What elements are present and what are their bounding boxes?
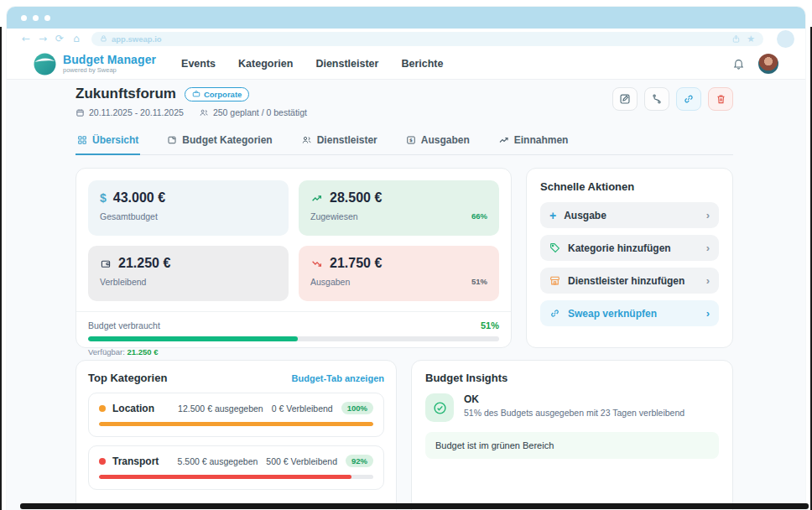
browser-profile-avatar[interactable] bbox=[777, 30, 794, 48]
brand-tagline: powered by Sweap bbox=[63, 66, 156, 74]
budget-insights-card: Budget Insights OK 51% des Budgets ausge… bbox=[411, 360, 733, 510]
window-control-dot[interactable] bbox=[44, 15, 50, 21]
forward-icon[interactable]: → bbox=[34, 34, 51, 44]
show-budget-tab-link[interactable]: Budget-Tab anzeigen bbox=[292, 373, 384, 383]
link-button[interactable] bbox=[676, 87, 701, 111]
browser-window: ← → ⟳ ⌂ app.sweap.io ★ bbox=[7, 7, 805, 510]
category-spent: 12.500 € ausgegeben bbox=[178, 403, 263, 414]
category-dot bbox=[99, 405, 106, 412]
quick-actions-title: Schnelle Aktionen bbox=[540, 180, 719, 193]
screenshot-edge bbox=[0, 27, 2, 510]
category-percent-badge: 92% bbox=[346, 455, 373, 467]
delete-button[interactable] bbox=[708, 87, 733, 111]
reload-icon[interactable]: ⟳ bbox=[51, 34, 68, 44]
share-icon[interactable] bbox=[731, 34, 741, 44]
stat-gesamtbudget: $ 43.000 € Gesamtbudget bbox=[88, 180, 289, 236]
category-remaining: 500 € Verbleibend bbox=[266, 456, 337, 466]
card-icon bbox=[167, 135, 177, 145]
screenshot-canvas: ← → ⟳ ⌂ app.sweap.io ★ bbox=[0, 0, 812, 510]
trend-up-icon bbox=[310, 193, 323, 204]
main-nav: Events Kategorien Dienstleister Berichte bbox=[181, 58, 443, 70]
progress-percent: 51% bbox=[481, 320, 499, 330]
url-text: app.sweap.io bbox=[112, 34, 162, 44]
home-icon[interactable]: ⌂ bbox=[68, 34, 85, 44]
tag-icon bbox=[549, 242, 560, 253]
check-circle-icon bbox=[425, 393, 454, 422]
insight-note: Budget ist im grünen Bereich bbox=[425, 432, 719, 459]
window-control-dot[interactable] bbox=[33, 15, 39, 21]
bell-icon[interactable] bbox=[732, 57, 745, 70]
tab-budget-kategorien[interactable]: Budget Kategorien bbox=[165, 129, 273, 155]
insight-detail: 51% des Budgets ausgegeben mit 23 Tagen … bbox=[464, 408, 684, 418]
stat-ausgaben: 21.750 € Ausgaben51% bbox=[299, 246, 499, 301]
tab-dienstleister[interactable]: Dienstleister bbox=[299, 129, 379, 155]
nav-item-dienstleister[interactable]: Dienstleister bbox=[315, 58, 378, 70]
user-avatar[interactable] bbox=[758, 54, 778, 74]
trend-up-icon bbox=[498, 135, 509, 145]
dollar-icon: $ bbox=[100, 191, 107, 205]
browser-toolbar: ← → ⟳ ⌂ app.sweap.io ★ bbox=[7, 29, 805, 49]
category-remaining: 0 € Verbleibend bbox=[272, 403, 333, 414]
top-categories-card: Top Kategorien Budget-Tab anzeigen Locat… bbox=[75, 360, 397, 510]
progress-label: Budget verbraucht bbox=[88, 320, 160, 330]
grid-icon bbox=[77, 135, 87, 145]
app-header: Budget Manager powered by Sweap Events K… bbox=[7, 49, 805, 79]
action-link-sweap[interactable]: Sweap verknüpfen › bbox=[540, 300, 719, 326]
divider bbox=[76, 311, 511, 312]
budget-overview-card: $ 43.000 € Gesamtbudget 2 bbox=[75, 168, 512, 348]
category-progress-bar bbox=[99, 475, 373, 479]
category-spent: 5.500 € ausgegeben bbox=[178, 456, 258, 466]
wallet-icon bbox=[100, 258, 112, 269]
quick-actions-card: Schnelle Aktionen + Ausgabe › bbox=[526, 168, 733, 348]
users-icon bbox=[301, 135, 312, 145]
category-row-transport: Transport 5.500 € ausgegeben 500 € Verbl… bbox=[88, 445, 384, 490]
stat-verbleibend: 21.250 € Verbleibend bbox=[88, 246, 289, 301]
svg-text:$: $ bbox=[409, 138, 413, 143]
calendar-icon bbox=[75, 108, 85, 117]
users-icon bbox=[199, 108, 209, 117]
browser-titlebar bbox=[7, 7, 805, 29]
chevron-right-icon: › bbox=[706, 308, 710, 319]
lock-icon bbox=[100, 34, 107, 43]
tab-bar: Übersicht Budget Kategorien Dienstleiste… bbox=[75, 129, 733, 155]
edit-button[interactable] bbox=[612, 87, 638, 111]
sweap-logo-icon bbox=[34, 53, 56, 75]
category-percent-badge: 100% bbox=[341, 402, 373, 414]
page-body: Zukunftsforum Corporate bbox=[7, 79, 805, 510]
transfer-button[interactable] bbox=[644, 87, 669, 111]
store-icon bbox=[549, 275, 560, 286]
nav-item-events[interactable]: Events bbox=[181, 58, 216, 70]
category-dot bbox=[99, 458, 106, 465]
window-control-dot[interactable] bbox=[21, 15, 27, 21]
corporate-badge: Corporate bbox=[185, 87, 249, 101]
top-categories-title: Top Kategorien bbox=[88, 372, 167, 384]
event-title-row: Zukunftsforum Corporate bbox=[75, 86, 733, 117]
nav-item-kategorien[interactable]: Kategorien bbox=[238, 58, 293, 70]
chevron-right-icon: › bbox=[706, 242, 710, 253]
category-progress-bar bbox=[99, 422, 373, 426]
link-icon bbox=[549, 308, 560, 319]
nav-item-berichte[interactable]: Berichte bbox=[401, 58, 443, 70]
insight-status: OK bbox=[464, 393, 684, 405]
budget-insights-title: Budget Insights bbox=[425, 372, 719, 384]
event-dates: 20.11.2025 - 20.11.2025 bbox=[75, 107, 184, 117]
page-title: Zukunftsforum bbox=[75, 86, 176, 102]
banknote-icon: $ bbox=[406, 135, 416, 145]
action-add-category[interactable]: Kategorie hinzufügen › bbox=[540, 235, 719, 261]
brand-name: Budget Manager bbox=[63, 54, 156, 66]
action-add-expense[interactable]: + Ausgabe › bbox=[540, 202, 719, 228]
plus-icon: + bbox=[549, 210, 556, 221]
address-bar[interactable]: app.sweap.io ★ bbox=[91, 32, 763, 46]
brand: Budget Manager powered by Sweap bbox=[63, 54, 156, 74]
stat-zugewiesen: 28.500 € Zugewiesen66% bbox=[299, 180, 499, 236]
briefcase-icon bbox=[192, 90, 200, 98]
tab-ausgaben[interactable]: $ Ausgaben bbox=[404, 129, 471, 155]
action-add-vendor[interactable]: Dienstleister hinzufügen › bbox=[540, 268, 719, 294]
tab-uebersicht[interactable]: Übersicht bbox=[75, 129, 140, 155]
tab-einnahmen[interactable]: Einnahmen bbox=[497, 129, 570, 155]
available-amount: Verfügbar: 21.250 € bbox=[88, 347, 499, 356]
bookmark-star-icon[interactable]: ★ bbox=[747, 34, 755, 44]
back-icon[interactable]: ← bbox=[18, 34, 34, 44]
trend-down-icon bbox=[310, 258, 323, 269]
category-row-location: Location 12.500 € ausgegeben 0 € Verblei… bbox=[88, 393, 384, 437]
